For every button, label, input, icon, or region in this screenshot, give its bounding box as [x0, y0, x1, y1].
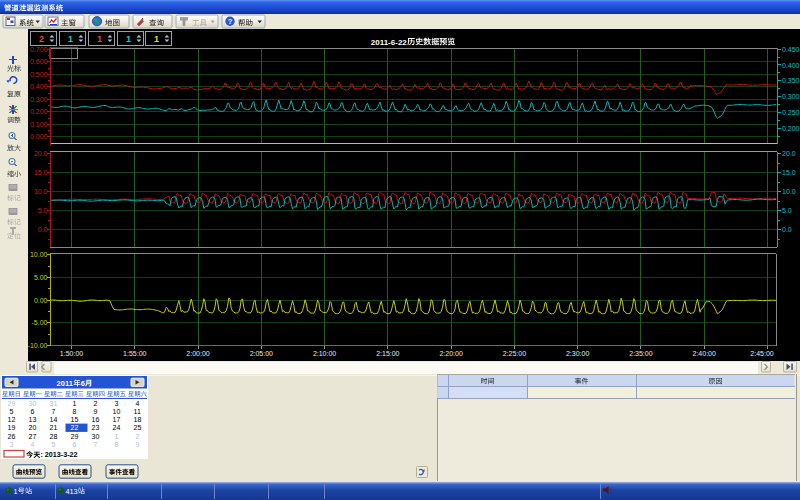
- svg-text:23: 23: [92, 424, 100, 431]
- svg-text:5: 5: [10, 408, 14, 415]
- svg-text:-5.00: -5.00: [32, 319, 48, 326]
- svg-text:1: 1: [97, 34, 102, 44]
- svg-text:1: 1: [68, 34, 73, 44]
- svg-text:12: 12: [8, 416, 16, 423]
- svg-text:10.0: 10.0: [782, 188, 796, 195]
- svg-text:30: 30: [29, 400, 37, 407]
- svg-text:15: 15: [71, 416, 79, 423]
- svg-text:10.00: 10.00: [30, 251, 48, 258]
- svg-text:2: 2: [94, 400, 98, 407]
- svg-text:2011-6-22: 2011-6-22: [371, 38, 408, 47]
- svg-text:10: 10: [113, 408, 121, 415]
- svg-text:20.0: 20.0: [34, 150, 48, 157]
- svg-text:4: 4: [31, 441, 35, 448]
- svg-text:2:30:00: 2:30:00: [566, 350, 589, 357]
- svg-text:28: 28: [50, 433, 58, 440]
- svg-text:?: ?: [228, 17, 233, 26]
- svg-text:31: 31: [50, 400, 58, 407]
- svg-text:0.250: 0.250: [782, 109, 800, 116]
- svg-text:0.500: 0.500: [30, 71, 48, 78]
- svg-text:1: 1: [154, 34, 159, 44]
- svg-text:0.00: 0.00: [34, 297, 48, 304]
- svg-text:9: 9: [94, 408, 98, 415]
- svg-text:2:15:00: 2:15:00: [376, 350, 399, 357]
- svg-text:0.300: 0.300: [30, 96, 48, 103]
- svg-text:6: 6: [73, 441, 77, 448]
- svg-text:15.0: 15.0: [34, 169, 48, 176]
- svg-text:22: 22: [71, 424, 79, 431]
- svg-text:8: 8: [115, 441, 119, 448]
- svg-text:16: 16: [92, 416, 100, 423]
- svg-text:1: 1: [14, 487, 18, 496]
- svg-text:10.0: 10.0: [34, 188, 48, 195]
- svg-text:3: 3: [115, 400, 119, 407]
- svg-text:0.600: 0.600: [30, 58, 48, 65]
- svg-text:11: 11: [134, 408, 141, 415]
- svg-text:1: 1: [115, 433, 119, 440]
- svg-text:0.000: 0.000: [30, 133, 48, 140]
- svg-text:18: 18: [134, 416, 142, 423]
- svg-text:0.200: 0.200: [30, 108, 48, 115]
- svg-text:6: 6: [81, 379, 85, 388]
- svg-text:2:25:00: 2:25:00: [503, 350, 526, 357]
- svg-text:7: 7: [94, 441, 98, 448]
- svg-text:2:00:00: 2:00:00: [186, 350, 209, 357]
- svg-text:30: 30: [92, 433, 100, 440]
- svg-text:5.0: 5.0: [38, 207, 48, 214]
- svg-text:20.0: 20.0: [782, 150, 796, 157]
- svg-text:0.400: 0.400: [30, 83, 48, 90]
- svg-text:2: 2: [39, 34, 44, 44]
- svg-text:4: 4: [136, 400, 140, 407]
- svg-text:2:20:00: 2:20:00: [439, 350, 462, 357]
- svg-text:2:10:00: 2:10:00: [313, 350, 336, 357]
- svg-text:5.0: 5.0: [782, 207, 792, 214]
- svg-text:2:45:00: 2:45:00: [750, 350, 773, 357]
- svg-text:2011: 2011: [57, 379, 73, 388]
- svg-text:19: 19: [8, 424, 16, 431]
- svg-text:7: 7: [52, 408, 56, 415]
- svg-text:2:40:00: 2:40:00: [693, 350, 716, 357]
- svg-text:20: 20: [29, 424, 37, 431]
- svg-text:13: 13: [29, 416, 37, 423]
- svg-text:0.0: 0.0: [38, 226, 48, 233]
- svg-text:0.350: 0.350: [782, 77, 800, 84]
- svg-text:6: 6: [31, 408, 35, 415]
- svg-text:0.400: 0.400: [782, 62, 800, 69]
- svg-text:1: 1: [126, 34, 131, 44]
- svg-text:0.200: 0.200: [782, 125, 800, 132]
- svg-text:: 2013-3-22: : 2013-3-22: [40, 450, 77, 459]
- svg-text:413: 413: [66, 487, 78, 496]
- svg-text:2:35:00: 2:35:00: [629, 350, 652, 357]
- svg-text:0.300: 0.300: [782, 93, 800, 100]
- svg-text:1: 1: [73, 400, 77, 407]
- svg-text:2: 2: [136, 433, 140, 440]
- svg-text:2:05:00: 2:05:00: [250, 350, 273, 357]
- svg-text:17: 17: [113, 416, 121, 423]
- svg-text:25: 25: [134, 424, 142, 431]
- svg-text:27: 27: [29, 433, 37, 440]
- svg-text:5.00: 5.00: [34, 274, 48, 281]
- svg-text:29: 29: [8, 400, 16, 407]
- svg-text:5: 5: [52, 441, 56, 448]
- svg-text:0.0: 0.0: [782, 226, 792, 233]
- svg-text:29: 29: [71, 433, 79, 440]
- svg-text:26: 26: [8, 433, 16, 440]
- svg-text:14: 14: [50, 416, 58, 423]
- svg-text:0.450: 0.450: [782, 46, 800, 53]
- svg-text:-10.00: -10.00: [28, 342, 48, 349]
- svg-text:1:50:00: 1:50:00: [60, 350, 83, 357]
- svg-text:8: 8: [73, 408, 77, 415]
- svg-text:3: 3: [10, 441, 14, 448]
- svg-text:24: 24: [113, 424, 121, 431]
- svg-text:9: 9: [136, 441, 140, 448]
- svg-text:0.700: 0.700: [30, 46, 48, 53]
- svg-text:1:55:00: 1:55:00: [123, 350, 146, 357]
- svg-text:15.0: 15.0: [782, 169, 796, 176]
- svg-text:21: 21: [50, 424, 58, 431]
- svg-text:0.100: 0.100: [30, 121, 48, 128]
